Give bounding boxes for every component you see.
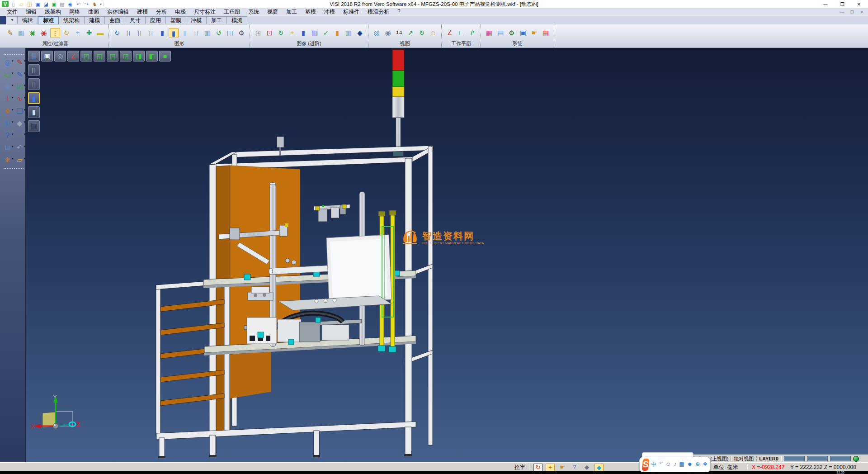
ime-voice-icon[interactable]: ♪ bbox=[674, 461, 676, 469]
menu-item-视窗[interactable]: 视窗 bbox=[263, 8, 282, 16]
app-tool-icon[interactable]: ♞ bbox=[91, 1, 98, 7]
quick-access-more-icon[interactable]: ▾ bbox=[98, 2, 104, 6]
panel-config-icon[interactable]: ▣ bbox=[518, 28, 528, 38]
tab-dropdown-button[interactable]: ▼ bbox=[7, 16, 18, 24]
zoom-fit-icon[interactable]: ▣ bbox=[41, 51, 53, 62]
mdi-minimize-button[interactable]: — bbox=[840, 10, 844, 14]
workplane-geometry-icon[interactable]: ∟ bbox=[456, 28, 466, 38]
zoom-extents-icon[interactable]: ◎ bbox=[372, 28, 382, 38]
color-swatch-3[interactable] bbox=[830, 456, 851, 461]
entities-refresh-icon[interactable]: ↻ bbox=[276, 28, 286, 38]
view-menu-icon[interactable]: ☰ bbox=[28, 51, 40, 62]
menu-item-分析[interactable]: 分析 bbox=[152, 8, 171, 16]
show-plus-icon[interactable]: ✚ bbox=[84, 28, 94, 38]
visibility-refresh-icon[interactable]: ↻ bbox=[61, 28, 71, 38]
color-swatch-1[interactable] bbox=[784, 456, 805, 461]
minimize-button[interactable]: — bbox=[823, 2, 828, 7]
edit-erase-icon[interactable]: ✎▾ bbox=[14, 57, 25, 68]
close-button[interactable]: ✕ bbox=[857, 2, 861, 7]
menu-item-曲面[interactable]: 曲面 bbox=[84, 8, 103, 16]
shaded-edges-cylinder-icon[interactable]: ▮ bbox=[169, 28, 179, 38]
package-export-icon[interactable]: ◆ bbox=[582, 464, 591, 471]
selection-rectangle-icon[interactable]: ▭▾ bbox=[2, 69, 13, 80]
system-settings-icon[interactable]: ▤ bbox=[495, 28, 505, 38]
new-file-icon[interactable]: ▯ bbox=[10, 1, 17, 7]
menu-item-?[interactable]: ? bbox=[393, 8, 405, 16]
hidden-cylinder-icon[interactable]: ▯ bbox=[135, 28, 145, 38]
save-icon[interactable]: ▣ bbox=[34, 1, 41, 7]
context-help-icon[interactable]: ? bbox=[570, 464, 579, 471]
zoom-select-icon[interactable]: ◎▾ bbox=[2, 57, 13, 68]
menu-item-文件[interactable]: 文件 bbox=[3, 8, 22, 16]
striped-cylinder-icon[interactable]: ▥ bbox=[310, 28, 320, 38]
undo-icon[interactable]: ↶ bbox=[75, 1, 82, 7]
options-tools-icon[interactable]: ⚙ bbox=[507, 28, 517, 38]
menu-item-实体编辑[interactable]: 实体编辑 bbox=[103, 8, 133, 16]
tab-冲模[interactable]: 冲模 bbox=[186, 16, 207, 24]
confirm-checkbox-icon[interactable]: ☑▾ bbox=[14, 81, 25, 92]
ime-chinese-mode-icon[interactable]: 中 bbox=[651, 461, 656, 469]
ime-keyboard-icon[interactable]: ▦ bbox=[679, 461, 684, 469]
dashed-cylinder-icon[interactable]: ▮ bbox=[298, 28, 308, 38]
delete-trash-icon[interactable]: ⊔▾ bbox=[2, 142, 13, 153]
render-shaded-edges-icon[interactable]: ▮ bbox=[28, 106, 40, 118]
cad-model-canvas[interactable] bbox=[0, 48, 868, 462]
attribute-grid-icon[interactable]: ▦ bbox=[541, 28, 551, 38]
absolute-view-button[interactable]: 绝对视图 bbox=[734, 455, 754, 462]
zoom-window-icon[interactable]: ◉ bbox=[383, 28, 393, 38]
add-entities-icon[interactable]: ⊞ bbox=[253, 28, 263, 38]
tab-标准[interactable]: 标准 bbox=[38, 16, 59, 24]
tab-尺寸[interactable]: 尺寸 bbox=[125, 16, 146, 24]
regen-graphics-icon[interactable]: ↻ bbox=[112, 28, 122, 38]
ime-punctuation-icon[interactable]: °’ bbox=[659, 461, 662, 469]
entities-filter-icon[interactable]: ⊡ bbox=[264, 28, 274, 38]
restore-button[interactable]: ❐ bbox=[840, 2, 844, 7]
tab-模流[interactable]: 模流 bbox=[227, 16, 247, 24]
filter-traffic-light-icon[interactable]: ⋮ bbox=[50, 28, 60, 38]
validate-solid-icon[interactable]: ✓ bbox=[321, 28, 331, 38]
wire-solid-icon[interactable]: ▥ bbox=[344, 28, 354, 38]
shaded-cube-icon[interactable]: ◆ bbox=[355, 28, 365, 38]
copy-image-icon[interactable]: ◫ bbox=[225, 28, 235, 38]
outline-cylinder-icon[interactable]: ▯ bbox=[146, 28, 156, 38]
tab-线架构[interactable]: 线架构 bbox=[59, 16, 85, 24]
view-right-icon[interactable]: ◨ bbox=[133, 51, 145, 62]
tab-曲面[interactable]: 曲面 bbox=[105, 16, 125, 24]
globe-icon[interactable] bbox=[853, 456, 859, 462]
redo-icon[interactable]: ↷ bbox=[83, 1, 90, 7]
menu-item-线架构[interactable]: 线架构 bbox=[41, 8, 65, 16]
ime-skin-icon[interactable]: ☻ bbox=[687, 461, 693, 469]
dynamic-view-icon[interactable]: ↗ bbox=[406, 28, 415, 38]
measure-distance-icon[interactable]: ↔▾ bbox=[14, 130, 25, 141]
tab-编辑[interactable]: 编辑 bbox=[18, 16, 38, 24]
ime-toolbox-icon[interactable]: ⊕ bbox=[695, 461, 700, 469]
shaded-cylinder-icon[interactable]: ▮ bbox=[157, 28, 167, 38]
ucs-origin-icon[interactable]: ⊥▾ bbox=[2, 94, 13, 104]
color-swatch-2[interactable] bbox=[807, 456, 828, 461]
mdi-close-button[interactable]: ✕ bbox=[860, 10, 863, 14]
preview-icon[interactable]: ◉ bbox=[67, 1, 74, 7]
mesh-cylinder-icon[interactable]: ▥ bbox=[203, 28, 212, 38]
menu-item-网格[interactable]: 网格 bbox=[65, 8, 84, 16]
window-layout-icon[interactable]: ❏▾ bbox=[14, 106, 25, 117]
tab-应用[interactable]: 应用 bbox=[146, 16, 166, 24]
show-entities-icon[interactable]: ◉ bbox=[28, 28, 38, 38]
navigation-wheel-icon[interactable]: ✳▾ bbox=[2, 155, 13, 166]
layer-indicator[interactable]: LAYER0 bbox=[759, 456, 778, 461]
workplane-align-icon[interactable]: ↱ bbox=[467, 28, 477, 38]
axonometric-axes-icon[interactable]: ∠ bbox=[67, 51, 79, 62]
open-copy-icon[interactable]: ◫ bbox=[26, 1, 33, 7]
menu-item-编辑[interactable]: 编辑 bbox=[22, 8, 41, 16]
calculator-pick-icon[interactable]: ☛ bbox=[558, 464, 567, 471]
open-file-icon[interactable]: ▱ bbox=[18, 1, 25, 7]
visi-logo[interactable]: V bbox=[2, 1, 9, 7]
render-wireframe-icon[interactable]: ▯ bbox=[28, 64, 40, 76]
save-all-icon[interactable]: ▣ bbox=[51, 1, 57, 7]
solid-cube-icon[interactable]: ◆▾ bbox=[14, 118, 25, 129]
attributes-library-icon[interactable]: ❖▾ bbox=[2, 106, 13, 117]
zoom-dynamic-icon[interactable]: ◉▾ bbox=[2, 81, 13, 92]
workplane-xyz-icon[interactable]: ∠ bbox=[445, 28, 455, 38]
sketch-curve-icon[interactable]: ✎▾ bbox=[14, 69, 25, 80]
menu-item-塑模[interactable]: 塑模 bbox=[301, 8, 320, 16]
pick-hand-icon[interactable]: ☛ bbox=[529, 28, 539, 38]
